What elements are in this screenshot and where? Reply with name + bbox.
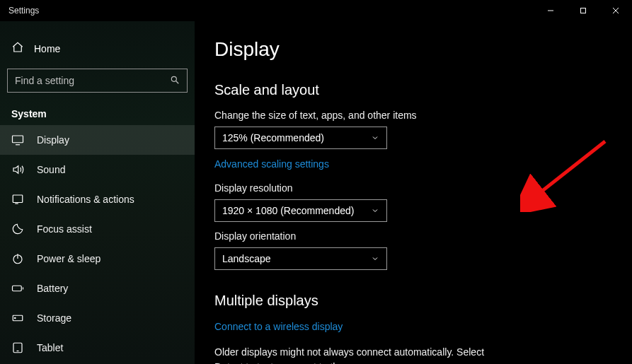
content: Display Scale and layout Change the size… [195,21,632,364]
sidebar-item-sound[interactable]: Sound [0,155,195,184]
svg-point-4 [171,76,176,81]
close-button[interactable] [599,0,632,21]
advanced-scaling-link[interactable]: Advanced scaling settings [214,158,329,170]
orientation-value: Landscape [222,253,271,264]
svg-rect-6 [13,136,23,143]
titlebar: Settings [0,0,632,21]
search-icon [170,75,180,87]
sidebar-item-display[interactable]: Display [0,125,195,155]
sidebar-item-label: Storage [37,312,71,324]
detect-hint: Older displays might not always connect … [214,345,498,364]
resolution-label: Display resolution [214,182,609,194]
sidebar-item-tablet[interactable]: Tablet [0,333,195,363]
sidebar-item-label: Power & sleep [37,253,100,264]
chevron-down-icon [371,254,379,263]
svg-point-14 [15,317,16,319]
scale-heading: Scale and layout [214,82,609,98]
sidebar-nav: Display Sound Notifications & actions [0,125,195,363]
sound-icon [11,163,24,176]
tablet-icon [11,341,24,354]
annotation-arrow [520,134,619,212]
sidebar-item-label: Focus assist [37,223,92,235]
sidebar-item-label: Sound [37,164,65,175]
home-icon [11,41,24,56]
text-size-value: 125% (Recommended) [222,132,324,143]
sidebar-section-label: System [0,101,195,125]
battery-icon [11,282,24,295]
sidebar-item-focus-assist[interactable]: Focus assist [0,214,195,244]
resolution-value: 1920 × 1080 (Recommended) [222,205,354,216]
minimize-button[interactable] [534,0,567,21]
chevron-down-icon [371,206,379,215]
sidebar-item-label: Battery [37,283,68,294]
notifications-icon [11,193,24,206]
chevron-down-icon [371,134,379,142]
window-controls [534,0,632,21]
sidebar-item-label: Display [37,134,69,146]
sidebar-item-label: Tablet [37,342,63,353]
sidebar-item-label: Notifications & actions [37,194,134,205]
maximize-button[interactable] [567,0,599,21]
page-title: Display [214,38,609,61]
sidebar-item-power-sleep[interactable]: Power & sleep [0,244,195,274]
resolution-select[interactable]: 1920 × 1080 (Recommended) [214,199,387,222]
sidebar-item-battery[interactable]: Battery [0,274,195,303]
search-placeholder: Find a setting [15,75,74,86]
sidebar-item-storage[interactable]: Storage [0,303,195,333]
multiple-displays-heading: Multiple displays [214,293,609,309]
home-label: Home [34,43,60,54]
window-title: Settings [8,6,39,16]
sidebar-item-notifications[interactable]: Notifications & actions [0,184,195,214]
text-size-select[interactable]: 125% (Recommended) [214,127,387,149]
wireless-display-link[interactable]: Connect to a wireless display [214,321,343,332]
display-icon [11,134,24,146]
power-icon [11,252,24,265]
svg-line-5 [176,81,179,83]
orientation-label: Display orientation [214,230,609,242]
text-size-label: Change the size of text, apps, and other… [214,110,609,121]
focus-assist-icon [11,223,24,235]
home-button[interactable]: Home [0,34,195,63]
svg-rect-8 [13,195,23,203]
svg-rect-1 [581,8,586,13]
storage-icon [11,312,24,324]
orientation-select[interactable]: Landscape [214,247,387,270]
svg-rect-11 [13,286,22,291]
search-input[interactable]: Find a setting [7,69,188,93]
sidebar: Home Find a setting System Display [0,21,195,364]
